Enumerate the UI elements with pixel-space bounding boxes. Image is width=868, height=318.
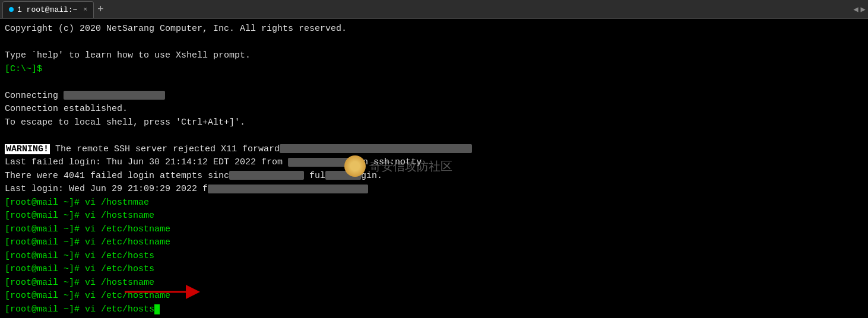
terminal-area[interactable]: Copyright (c) 2020 NetSarang Computer, I… [0,19,868,318]
tab-arrow-right[interactable]: ▶ [861,4,866,14]
line-lastfail: Last failed login: Thu Jun 30 21:14:12 E… [5,156,863,170]
line-conn-established: Connection established. [5,103,863,116]
tab-add-button[interactable]: + [97,4,104,15]
line-cmd-1: [root@mail ~]# vi /hostnmae [5,196,863,210]
line-cmd-current: [root@mail ~]# vi /etc/hosts [5,303,863,317]
line-attempts: There were 4041 failed login attempts si… [5,170,863,183]
line-escape: To escape to local shell, press 'Ctrl+Al… [5,116,863,130]
tab-1[interactable]: 1 root@mail:~ × [2,1,94,18]
line-blank-3 [5,129,863,143]
tab-dot [9,7,14,12]
line-prompt-local: [C:\~]$ [5,63,863,77]
line-connecting: Connecting [5,90,863,103]
tab-label: 1 root@mail:~ [17,5,77,14]
line-cmd-6: [root@mail ~]# vi /etc/hosts [5,263,863,276]
line-blank-1 [5,36,863,50]
terminal-cursor [154,304,160,314]
line-cmd-4: [root@mail ~]# vi /etc/hostname [5,236,863,250]
line-blank-2 [5,76,863,90]
line-copyright: Copyright (c) 2020 NetSarang Computer, I… [5,23,863,36]
line-help: Type `help' to learn how to use Xshell p… [5,49,863,63]
line-cmd-3: [root@mail ~]# vi /etc/hostname [5,223,863,237]
tab-close-button[interactable]: × [83,6,87,13]
tab-scroll-arrows: ◀ ▶ [853,4,866,14]
tab-arrow-left[interactable]: ◀ [853,4,858,14]
line-cmd-5: [root@mail ~]# vi /etc/hosts [5,250,863,263]
line-cmd-2: [root@mail ~]# vi /hostsname [5,209,863,223]
line-cmd-8: [root@mail ~]# vi /etc/hostname [5,290,863,303]
line-warning: WARNING! The remote SSH server rejected … [5,143,863,157]
tab-bar: 1 root@mail:~ × + ◀ ▶ [0,0,868,19]
line-cmd-7: [root@mail ~]# vi /hostsname [5,276,863,290]
line-lastlogin: Last login: Wed Jun 29 21:09:29 2022 f [5,183,863,196]
